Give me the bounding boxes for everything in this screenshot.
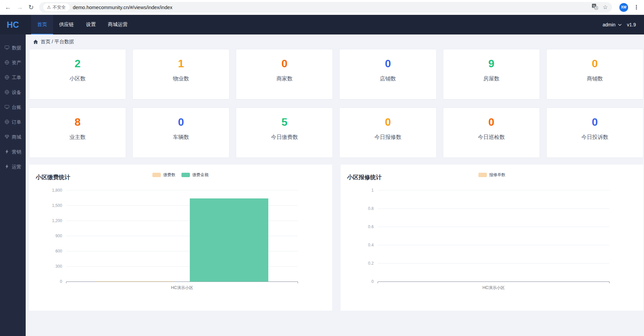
stat-label: 车辆数 <box>173 134 189 141</box>
gem-icon <box>4 134 9 140</box>
svg-text:600: 600 <box>55 249 62 254</box>
globe-icon <box>4 60 9 66</box>
stat-label: 店铺数 <box>380 75 396 82</box>
main-content: 首页 / 平台数据 2小区数1物业数0商家数0店铺数9房屋数0商铺数8业主数0车… <box>26 34 644 336</box>
sidebar-item-营销[interactable]: 营销 <box>0 145 26 159</box>
navbar-right: admin v1.9 <box>602 15 644 34</box>
sidebar-item-商城[interactable]: 商城 <box>0 130 26 144</box>
tab-商城运营[interactable]: 商城运营 <box>102 15 134 34</box>
stat-card-店铺数: 0店铺数 <box>339 49 436 99</box>
stat-card-今日报修数: 0今日报修数 <box>339 107 436 158</box>
translate-icon[interactable]: 文A <box>592 3 598 11</box>
globe-icon <box>4 90 9 96</box>
payment-chart-panel: 小区缴费统计 缴费数缴费金额 03006009001,2001,5001,800… <box>29 165 332 311</box>
legend-item-报修单数[interactable]: 报修单数 <box>478 172 505 178</box>
svg-text:0: 0 <box>60 279 62 284</box>
username: admin <box>602 22 615 27</box>
chevron-down-icon <box>618 24 622 26</box>
home-icon <box>33 40 38 44</box>
stat-label: 商家数 <box>276 75 293 82</box>
sidebar-item-工单[interactable]: 工单 <box>0 71 26 85</box>
repair-chart-panel: 小区报修统计 报修单数 00.20.40.60.81HC演示小区 <box>341 165 644 311</box>
browser-profile-avatar[interactable]: XW <box>619 3 628 12</box>
security-label: 不安全 <box>53 4 66 10</box>
stat-card-房屋数: 9房屋数 <box>443 49 540 99</box>
svg-text:1,200: 1,200 <box>52 218 62 223</box>
sidebar-item-数据[interactable]: 数据 <box>0 41 26 55</box>
back-icon[interactable]: ← <box>5 4 11 10</box>
stat-cards-grid: 2小区数1物业数0商家数0店铺数9房屋数0商铺数8业主数0车辆数5今日缴费数0今… <box>29 49 644 158</box>
svg-text:1: 1 <box>371 188 374 193</box>
svg-text:300: 300 <box>55 264 62 269</box>
breadcrumb-text: 首页 / 平台数据 <box>41 39 74 45</box>
browser-toolbar: ← → ↻ ⚠ 不安全 demo.homecommunity.cn/#/view… <box>0 0 644 15</box>
svg-text:0.2: 0.2 <box>368 261 374 266</box>
stat-card-车辆数: 0车辆数 <box>132 107 229 158</box>
app-logo[interactable]: HC <box>0 15 26 34</box>
tab-供应链[interactable]: 供应链 <box>53 15 80 34</box>
stat-card-今日巡检数: 0今日巡检数 <box>443 107 540 158</box>
breadcrumb[interactable]: 首页 / 平台数据 <box>29 34 644 49</box>
stat-label: 物业数 <box>173 75 189 82</box>
url-text[interactable]: demo.homecommunity.cn/#/views/index/inde… <box>73 5 173 10</box>
stat-value: 8 <box>75 117 81 127</box>
legend-item-缴费金额[interactable]: 缴费金额 <box>181 172 208 178</box>
reload-icon[interactable]: ↻ <box>28 4 34 10</box>
bookmark-star-icon[interactable]: ☆ <box>603 4 608 11</box>
stat-card-业主数: 8业主数 <box>29 107 126 158</box>
stat-value: 9 <box>488 58 494 69</box>
stat-value: 0 <box>385 117 391 127</box>
legend-swatch <box>152 173 161 177</box>
chart-legend: 报修单数 <box>347 172 637 178</box>
svg-text:HC演示小区: HC演示小区 <box>482 285 504 290</box>
stat-value: 0 <box>385 58 391 69</box>
tab-设置[interactable]: 设置 <box>80 15 102 34</box>
top-nav-tabs: 首页供应链设置商城运营 <box>31 15 134 34</box>
svg-text:0.4: 0.4 <box>368 243 374 247</box>
stat-label: 今日巡检数 <box>478 134 505 141</box>
svg-text:HC演示小区: HC演示小区 <box>171 285 193 290</box>
tab-首页[interactable]: 首页 <box>31 15 53 34</box>
stat-card-今日投诉数: 0今日投诉数 <box>546 107 643 158</box>
payment-bar-chart: 03006009001,2001,5001,800HC演示小区 <box>36 184 325 299</box>
chart-legend: 缴费数缴费金额 <box>36 172 325 178</box>
stat-value: 2 <box>75 58 81 69</box>
forward-icon[interactable]: → <box>17 4 23 10</box>
stat-card-小区数: 2小区数 <box>29 49 126 99</box>
legend-item-缴费数[interactable]: 缴费数 <box>152 172 175 178</box>
globe-icon <box>4 119 9 125</box>
stat-card-今日缴费数: 5今日缴费数 <box>236 107 333 158</box>
svg-text:900: 900 <box>55 234 62 238</box>
stat-label: 今日投诉数 <box>581 134 608 141</box>
sidebar-item-设备[interactable]: 设备 <box>0 86 26 99</box>
sidebar-item-订单[interactable]: 订单 <box>0 116 26 129</box>
stat-label: 小区数 <box>70 75 86 82</box>
sidebar-item-台账[interactable]: 台账 <box>0 101 26 114</box>
browser-menu-icon[interactable]: ⋮ <box>634 4 639 11</box>
stat-value: 0 <box>281 58 288 69</box>
monitor-icon <box>4 45 9 51</box>
stat-label: 今日报修数 <box>374 134 401 141</box>
svg-text:1,500: 1,500 <box>52 203 62 208</box>
sidebar-item-运营[interactable]: 运营 <box>0 160 26 174</box>
stat-value: 0 <box>178 117 184 127</box>
security-chip[interactable]: ⚠ 不安全 <box>43 3 70 11</box>
user-menu[interactable]: admin <box>602 22 621 27</box>
address-bar[interactable]: ⚠ 不安全 demo.homecommunity.cn/#/views/inde… <box>39 2 612 13</box>
stat-card-物业数: 1物业数 <box>132 49 229 99</box>
version-label: v1.9 <box>627 22 636 27</box>
stat-value: 5 <box>281 117 288 127</box>
stat-card-商铺数: 0商铺数 <box>546 49 643 99</box>
stat-value: 1 <box>178 58 184 69</box>
repair-bar-chart: 00.20.40.60.81HC演示小区 <box>347 184 637 299</box>
bolt-icon <box>4 164 9 170</box>
stat-label: 业主数 <box>70 134 86 141</box>
legend-swatch <box>478 173 487 177</box>
warning-icon: ⚠ <box>47 5 51 10</box>
sidebar-item-资产[interactable]: 资产 <box>0 56 26 70</box>
sidebar: 数据资产工单设备台账订单商城营销运营 <box>0 34 26 336</box>
stat-value: 0 <box>592 117 598 127</box>
stat-value: 0 <box>592 58 598 69</box>
stat-value: 0 <box>488 117 494 127</box>
bolt-icon <box>4 149 9 155</box>
